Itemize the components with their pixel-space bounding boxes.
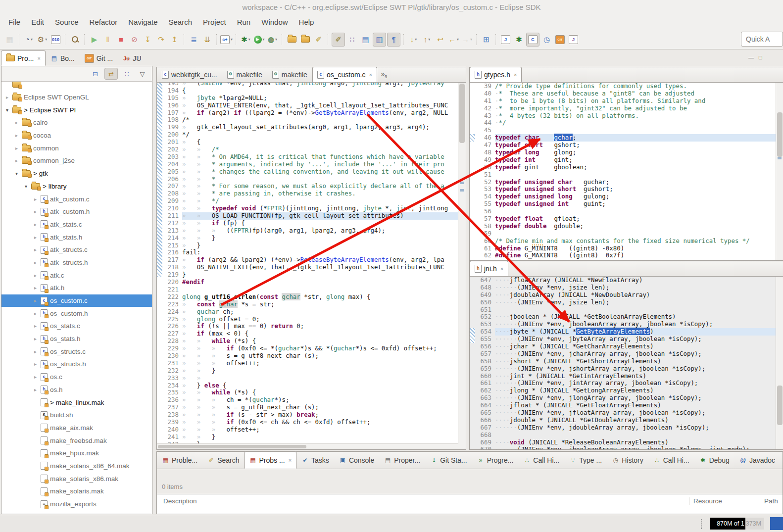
expand-arrow-icon[interactable]: ▸ — [33, 374, 38, 380]
code-line-664[interactable]: 664····jfloat * (JNICALL *GetFloatArrayE… — [470, 402, 776, 409]
tree-item-make-solaris-x86-mak[interactable]: make_solaris_x86.mak — [1, 472, 152, 485]
java-perspective-icon[interactable]: J — [499, 33, 512, 46]
view-tab-inclu[interactable]: ≡Inclu... — [780, 451, 783, 469]
expand-arrow-icon[interactable]: ▸ — [33, 323, 38, 329]
save-icon[interactable]: ▦ — [3, 33, 16, 46]
view-tab-javadoc[interactable]: @Javadoc — [734, 451, 780, 469]
tree-item-library[interactable]: ▾> library — [1, 180, 152, 193]
tree-item-make-solaris-mak[interactable]: make_solaris.mak — [1, 485, 152, 498]
vertical-scrollbar[interactable] — [776, 277, 783, 449]
code-line-39[interactable]: 39/* Provide type definitions for common… — [470, 83, 776, 90]
code-line-202[interactable]: 202» » /* — [157, 146, 458, 153]
expand-arrow-icon[interactable]: ▸ — [33, 196, 38, 202]
tree-item-atk-structs-c[interactable]: ▸catk_structs.c — [1, 243, 152, 256]
step-over-icon[interactable]: ↷ — [155, 33, 167, 46]
code-line-231[interactable]: 231» » » offset++; — [157, 360, 458, 367]
code-line-62[interactable]: 62#define G_MAXINT8 ((gint8) 0x7f) — [470, 252, 776, 259]
code-line-225[interactable]: 225» glong offset = 0; — [157, 316, 458, 323]
code-line-201[interactable]: 201» { — [157, 139, 458, 146]
code-line-670[interactable]: 670······(JNIEnv *env, jbooleanArray arr… — [470, 446, 776, 449]
code-line-662[interactable]: 662····jlong * (JNICALL *GetLongArrayEle… — [470, 387, 776, 394]
expand-arrow-icon[interactable]: ▸ — [4, 95, 10, 100]
editor-gtypes-h[interactable]: 39/* Provide type definitions for common… — [470, 83, 783, 260]
expand-arrow-icon[interactable]: ▸ — [33, 349, 38, 354]
code-line-41[interactable]: 41·* to be 1 byte (8 bits) on all platfo… — [470, 97, 776, 105]
close-icon[interactable]: × — [289, 457, 292, 463]
code-line-205[interactable]: 205» » * changes the calling convention,… — [157, 168, 458, 176]
tree-item-atk-structs-h[interactable]: ▸hatk_structs.h — [1, 256, 152, 269]
code-line-206[interactable]: 206» » * — [157, 176, 458, 183]
code-line-215[interactable]: 215» } — [157, 242, 458, 249]
column-path[interactable]: Path — [760, 497, 783, 505]
open-task-icon[interactable] — [286, 33, 298, 46]
link-with-editor-icon[interactable]: ⇄ — [104, 68, 118, 80]
close-icon[interactable]: × — [37, 55, 40, 61]
menu-help[interactable]: Help — [294, 15, 320, 30]
occurrences-icon[interactable]: ∷ — [346, 33, 358, 46]
code-line-652[interactable]: 652····jboolean * (JNICALL *GetBooleanAr… — [470, 313, 776, 321]
maximize-icon[interactable]: □ — [135, 54, 139, 60]
new-c-file-icon[interactable]: c+▾ — [220, 33, 233, 46]
sort-icon[interactable]: ≣ — [188, 33, 200, 46]
debug-perspective-icon[interactable]: ✱ — [513, 33, 525, 46]
code-line-45[interactable]: 45 — [470, 127, 776, 134]
code-line-217[interactable]: 217» if (arg2 && lparg2) (*env)->Release… — [157, 256, 458, 264]
code-line-228[interactable]: 228» » while (*s) { — [157, 338, 458, 345]
code-line-57[interactable]: 57typedef float gfloat; — [470, 215, 776, 223]
skip-breakpoints-icon[interactable]: ⊘ — [128, 33, 141, 46]
code-line-213[interactable]: 213» » » ((FPTR)fp)(arg0, arg1, lparg2, … — [157, 227, 458, 235]
planning-perspective-icon[interactable]: ◷ — [540, 33, 553, 46]
code-line-203[interactable]: 203» » * On AMD64, it is critical that f… — [157, 153, 458, 161]
column-resource[interactable]: Resource — [689, 497, 760, 505]
code-line-197[interactable]: 197» if (arg2) if ((lparg2 = (*env)->Get… — [157, 109, 458, 117]
scrollbar-thumb[interactable] — [777, 112, 783, 157]
problems-table-body[interactable] — [157, 508, 783, 514]
editor-tab-makefile[interactable]: ⚙makefile — [267, 67, 312, 82]
highlighter-icon[interactable]: ✐ — [332, 33, 345, 47]
collapse-arrow-icon[interactable]: ▾ — [23, 184, 29, 189]
step-into-icon[interactable]: ↧ — [142, 33, 154, 46]
java-browsing-perspective-icon[interactable]: J — [567, 33, 580, 46]
tree-item-atk-h[interactable]: ▸hatk.h — [1, 282, 152, 294]
menu-search[interactable]: Search — [163, 15, 197, 30]
tree-item-make-linux-mak[interactable]: > make_linux.mak — [1, 396, 152, 409]
editor-tab-webkitgtk-cu[interactable]: cwebkitgtk_cu... — [157, 67, 222, 82]
code-line-218[interactable]: 218» OS_NATIVE_EXIT(env, that, _1gtk_1ce… — [157, 264, 458, 271]
column-description[interactable]: Description — [157, 497, 689, 505]
view-tab-call-hi[interactable]: ∴Call Hi... — [518, 451, 564, 469]
view-tab-proble[interactable]: ▦Proble... — [157, 451, 202, 469]
code-line-54[interactable]: 54typedef unsigned long gulong; — [470, 193, 776, 200]
view-tab-bo[interactable]: ▤Bo... — [46, 50, 80, 66]
code-line-649[interactable]: 649····jdoubleArray (JNICALL *NewDoubleA… — [470, 291, 776, 299]
code-line-221[interactable]: 221 — [157, 286, 458, 293]
code-line-55[interactable]: 55typedef unsigned int guint; — [470, 200, 776, 208]
code-line-53[interactable]: 53typedef unsigned short gushort; — [470, 186, 776, 193]
code-line-230[interactable]: 230» » » s = g_utf8_next_char (s); — [157, 352, 458, 360]
expand-arrow-icon[interactable]: ▸ — [33, 260, 38, 265]
vertical-scrollbar[interactable] — [458, 83, 466, 449]
expand-arrow-icon[interactable]: ▸ — [14, 158, 19, 163]
tree-item-os-c[interactable]: ▸cos.c — [1, 371, 152, 384]
expand-arrow-icon[interactable]: ▸ — [33, 222, 38, 227]
code-line-657[interactable]: 657······(JNIEnv *env, jcharArray array,… — [470, 350, 776, 358]
menu-edit[interactable]: Edit — [26, 15, 49, 30]
collapse-all-icon[interactable]: ⊟ — [89, 68, 101, 79]
editor-tab-makefile[interactable]: ⚙makefile — [222, 67, 267, 82]
code-line-666[interactable]: 666····jdouble * (JNICALL *GetDoubleArra… — [470, 417, 776, 424]
expand-arrow-icon[interactable]: ▸ — [14, 133, 19, 138]
tree-item-gtk[interactable]: ▾> gtk — [1, 167, 152, 180]
code-line-235[interactable]: 235» » while (*s) { — [157, 389, 458, 396]
toggle-source-header-icon[interactable]: ▥ — [373, 33, 386, 47]
status-grip[interactable] — [701, 519, 702, 529]
tree-item-make-freebsd-mak[interactable]: make_freebsd.mak — [1, 434, 152, 447]
code-line-60[interactable]: 60/* Define min and max constants for th… — [470, 238, 776, 245]
tree-item-item[interactable] — [1, 82, 152, 91]
code-line-194[interactable]: 194{ — [157, 87, 458, 95]
code-line-222[interactable]: 222glong g_utf16_strlen(const gchar *str… — [157, 293, 458, 301]
tree-item-atk-c[interactable]: ▸catk.c — [1, 269, 152, 282]
forward-icon[interactable]: →▾ — [461, 33, 473, 46]
code-line-655[interactable]: 655······(JNIEnv *env, jbyteArray array,… — [470, 336, 776, 343]
menu-project[interactable]: Project — [197, 15, 232, 30]
tree-item-os-custom-c[interactable]: ▸cos_custom.c — [1, 294, 152, 307]
terminate-icon[interactable]: ■ — [115, 33, 127, 46]
